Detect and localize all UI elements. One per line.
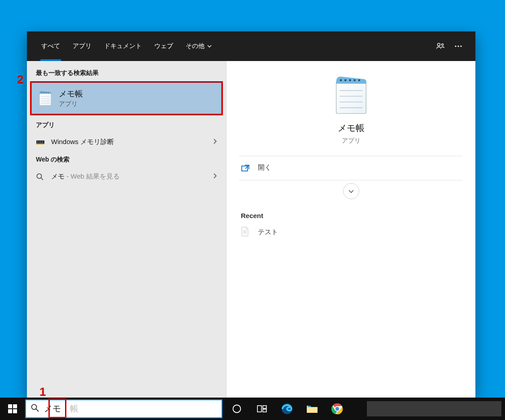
svg-rect-41 <box>13 409 17 413</box>
notepad-icon <box>38 90 54 106</box>
edge-icon <box>281 402 293 415</box>
windows-logo-icon <box>8 404 17 413</box>
chrome-icon <box>331 403 343 415</box>
apps-section-header: アプリ <box>27 117 226 133</box>
svg-rect-47 <box>263 409 266 412</box>
taskbar-search-box[interactable]: 帳 <box>25 399 222 418</box>
search-tabs-bar: すべて アプリ ドキュメント ウェブ その他 <box>27 31 475 61</box>
task-view-button[interactable] <box>249 398 274 420</box>
search-suggestion-ghost: 帳 <box>70 403 78 415</box>
recent-file-label: テスト <box>258 228 278 236</box>
cortana-button[interactable] <box>224 398 249 420</box>
taskbar-app-explorer[interactable] <box>300 398 325 420</box>
best-match-subtitle: アプリ <box>59 100 83 108</box>
svg-rect-46 <box>263 406 266 408</box>
svg-rect-49 <box>307 407 318 413</box>
open-label: 開く <box>258 163 271 172</box>
feedback-icon[interactable] <box>431 37 449 55</box>
svg-point-28 <box>353 79 356 81</box>
svg-rect-50 <box>308 406 311 407</box>
web-section-header: Web の検索 <box>27 151 226 167</box>
tab-more-label: その他 <box>186 42 205 50</box>
taskbar-app-edge[interactable] <box>274 398 300 420</box>
tab-all[interactable]: すべて <box>35 31 66 61</box>
memory-chip-icon <box>36 139 48 146</box>
search-results-panel: すべて アプリ ドキュメント ウェブ その他 最も一致する検索結果 <box>27 31 475 398</box>
app-result-memory-diagnostic[interactable]: Windows メモリ診断 <box>27 133 226 151</box>
best-match-result[interactable]: メモ帳 アプリ <box>31 83 222 114</box>
svg-rect-38 <box>8 404 12 408</box>
open-icon <box>241 164 252 172</box>
preview-header: メモ帳 アプリ <box>226 61 475 156</box>
best-match-header: 最も一致する検索結果 <box>27 65 226 81</box>
preview-pane: メモ帳 アプリ 開く Recent テスト <box>226 61 475 398</box>
svg-rect-24 <box>336 81 366 114</box>
svg-line-22 <box>41 178 44 180</box>
results-list: 最も一致する検索結果 メモ帳 <box>27 61 226 398</box>
taskbar-app-chrome[interactable] <box>325 398 350 420</box>
start-button[interactable] <box>0 398 25 420</box>
tab-web[interactable]: ウェブ <box>148 31 179 61</box>
tab-documents[interactable]: ドキュメント <box>98 31 148 61</box>
svg-point-2 <box>455 45 456 47</box>
recent-header: Recent <box>226 204 475 222</box>
tab-documents-label: ドキュメント <box>104 42 142 50</box>
svg-rect-17 <box>36 144 44 144</box>
svg-point-26 <box>344 79 346 81</box>
tab-apps-label: アプリ <box>73 42 91 50</box>
search-panel-body: 最も一致する検索結果 メモ帳 <box>27 61 475 398</box>
svg-point-3 <box>457 45 459 47</box>
search-icon <box>30 403 39 414</box>
svg-point-11 <box>48 92 49 93</box>
svg-point-42 <box>31 404 36 409</box>
svg-point-1 <box>442 44 444 45</box>
svg-point-27 <box>349 79 351 81</box>
tab-more[interactable]: その他 <box>179 31 218 61</box>
text-document-icon <box>241 227 250 237</box>
svg-rect-19 <box>39 141 41 143</box>
svg-rect-39 <box>13 404 17 408</box>
svg-line-43 <box>36 409 39 411</box>
svg-point-44 <box>233 405 241 413</box>
preview-app-subtitle: アプリ <box>342 137 361 145</box>
open-action[interactable]: 開く <box>226 156 475 179</box>
svg-point-25 <box>340 79 342 81</box>
app-result-label: Windows メモリ診断 <box>51 138 213 146</box>
task-view-icon <box>257 404 267 413</box>
svg-rect-34 <box>242 166 248 171</box>
svg-point-21 <box>37 174 41 178</box>
svg-point-8 <box>43 92 44 93</box>
notepad-icon <box>333 74 370 116</box>
web-result[interactable]: メモ - Web 結果を見る <box>27 167 226 186</box>
svg-point-4 <box>460 45 461 47</box>
chevron-right-icon <box>213 172 217 181</box>
cortana-icon <box>232 404 242 414</box>
recent-file-item[interactable]: テスト <box>226 222 475 242</box>
system-tray[interactable] <box>367 401 501 416</box>
search-input[interactable] <box>44 404 71 414</box>
web-result-label: メモ - Web 結果を見る <box>51 172 213 181</box>
svg-point-29 <box>358 79 360 81</box>
svg-point-9 <box>44 92 45 93</box>
tab-web-label: ウェブ <box>154 42 173 50</box>
chevron-down-icon <box>207 43 212 50</box>
tab-apps[interactable]: アプリ <box>66 31 98 61</box>
more-options-icon[interactable] <box>449 37 467 55</box>
svg-point-10 <box>46 92 47 93</box>
annotation-1: 1 <box>39 385 46 399</box>
search-tabs: すべて アプリ ドキュメント ウェブ その他 <box>35 31 218 61</box>
expand-actions-button[interactable] <box>343 183 359 199</box>
web-result-prefix: メモ <box>51 172 65 180</box>
svg-rect-20 <box>42 141 43 143</box>
best-match-title: メモ帳 <box>59 88 83 99</box>
svg-rect-40 <box>8 409 12 413</box>
web-result-suffix: - Web 結果を見る <box>65 172 120 180</box>
svg-rect-18 <box>37 141 39 143</box>
taskbar: 帳 <box>0 398 505 420</box>
svg-point-0 <box>437 43 440 46</box>
file-explorer-icon <box>306 403 318 414</box>
search-icon <box>36 173 48 181</box>
annotation-2: 2 <box>17 73 23 87</box>
chevron-right-icon <box>213 137 217 147</box>
svg-rect-45 <box>257 406 261 412</box>
